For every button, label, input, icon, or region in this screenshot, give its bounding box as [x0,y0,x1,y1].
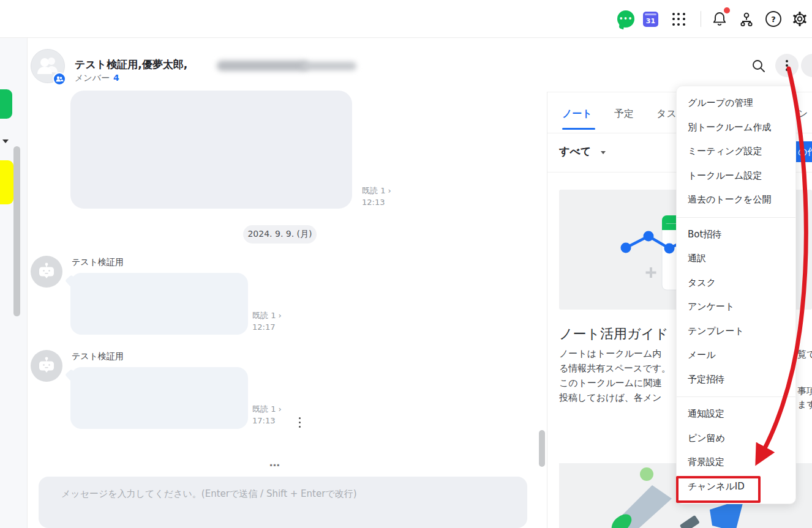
menu-item-bot-invite[interactable]: Bot招待 [677,223,795,247]
redacted-title-blur [217,61,309,71]
guide-text-fragment: 事項 [797,385,812,397]
bot-message-bubble [70,367,248,429]
more-messages-indicator: ⋯ [269,459,281,471]
redacted-title-blur-2 [301,62,356,70]
message-time: 17:13 [252,415,275,426]
bot-message-bubble [70,273,248,335]
guide-text-fragment: ます [797,399,812,411]
top-app-bar: ••• 31 ? [0,0,812,38]
menu-item-survey[interactable]: アンケート [677,295,795,319]
bot-avatar [31,350,62,382]
svg-text:?: ? [771,15,776,24]
menu-item-publish-history[interactable]: 過去のトークを公開 [677,188,795,212]
note-filter-dropdown[interactable]: すべて [559,144,591,158]
left-sidebar-sliver [0,38,28,528]
menu-item-notification-settings[interactable]: 通知設定 [677,402,795,426]
member-count: 4 [113,73,119,83]
sidebar-green-item[interactable] [0,89,12,119]
messenger-icon[interactable]: ••• [617,10,634,28]
menu-group-room: グループの管理 別トークルーム作成 ミーティング設定 トークルーム設定 過去のト… [677,86,795,217]
menu-item-meeting-settings[interactable]: ミーティング設定 [677,139,795,164]
menu-item-translate[interactable]: 通訳 [677,247,795,271]
chat-scrollbar[interactable] [539,430,545,467]
menu-item-room-settings[interactable]: トークルーム設定 [677,164,795,188]
menu-item-schedule-invite[interactable]: 予定招待 [677,368,795,392]
member-count-row[interactable]: メンバー4 [75,73,119,84]
topbar-divider [701,11,701,27]
menu-item-pin[interactable]: ピン留め [677,426,795,451]
message-input[interactable] [39,477,527,528]
sidebar-yellow-item[interactable] [0,160,13,204]
sender-name: テスト検証用 [72,351,124,362]
room-menu-kebab-button[interactable] [775,54,799,77]
menu-item-mail[interactable]: メール [677,343,795,368]
note-guide-title: ノート活用ガイド [559,325,669,343]
menu-item-task[interactable]: タスク [677,271,795,296]
read-receipt[interactable]: 既読 1 › [252,403,282,415]
menu-group-tools: Bot招待 通訳 タスク アンケート テンプレート メール 予定招待 [677,217,795,397]
filter-caret-icon [601,151,606,154]
read-receipt[interactable]: 既読 1 › [252,310,282,321]
menu-item-background-settings[interactable]: 背景設定 [677,450,795,475]
message-bubble-large [70,91,352,209]
menu-item-template[interactable]: テンプレート [677,319,795,344]
member-label: メンバー [75,73,110,83]
room-title: テスト検証用,優夢太郎, [75,58,187,72]
message-time: 12:13 [362,196,385,208]
active-tab-underline [562,128,595,130]
search-icon[interactable] [751,59,766,73]
note-guide-description: ノートはトークルーム内 る情報共有スペースです。 このトークルームに関連 投稿し… [559,346,676,405]
org-chart-icon[interactable] [738,10,755,28]
room-options-menu: グループの管理 別トークルーム作成 ミーティング設定 トークルーム設定 過去のト… [676,86,796,504]
date-divider: 2024. 9. 9. (月) [243,225,317,244]
notification-dot [724,7,730,13]
annotation-highlight-box [676,476,761,503]
message-actions-kebab[interactable] [296,415,303,430]
menu-item-create-room[interactable]: 別トークルーム作成 [677,116,795,140]
message-time: 12:17 [252,321,275,333]
group-badge-icon [53,72,66,86]
sidebar-scrollbar[interactable] [13,146,20,316]
menu-item-group-manage[interactable]: グループの管理 [677,91,795,116]
app-grid-icon[interactable] [671,12,686,27]
message-input-placeholder: メッセージを入力してください。(Enterで送信 / Shift + Enter… [61,488,357,500]
tab-fragment[interactable]: ン [798,108,808,121]
help-icon[interactable]: ? [765,10,782,28]
collapse-caret-icon[interactable] [2,139,9,143]
tab-schedule[interactable]: 予定 [614,108,634,121]
settings-gear-icon[interactable] [791,10,808,28]
calendar-icon[interactable]: 31 [643,12,658,27]
bot-avatar [31,256,62,288]
guide-text-fragment: 覧て [797,349,812,360]
tab-note[interactable]: ノート [562,108,592,121]
read-receipt[interactable]: 既読 1 › [362,185,391,196]
sender-name: テスト検証用 [72,257,124,268]
